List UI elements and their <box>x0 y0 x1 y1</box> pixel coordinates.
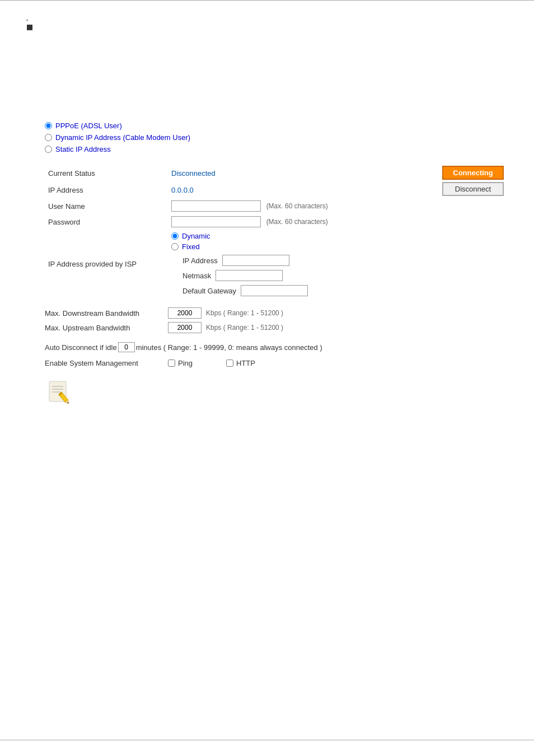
downstream-label: Max. Downstream Bandwidth <box>45 309 168 318</box>
note-icon-section <box>45 379 517 408</box>
system-management-label: Enable System Management <box>45 359 168 367</box>
isp-ip-label: IP Address provided by ISP <box>45 230 168 298</box>
ip-address-label: IP Address <box>45 181 168 198</box>
ip-address-value: 0.0.0.0 <box>168 181 439 198</box>
pencil-notepad-icon <box>45 379 73 407</box>
static-option[interactable]: Static IP Address <box>45 145 517 153</box>
dynamic-radio[interactable] <box>45 134 52 141</box>
downstream-input[interactable] <box>168 307 202 319</box>
isp-ip-row: IP Address provided by ISP Dynamic Fixed… <box>45 230 517 298</box>
isp-ipaddress-input[interactable] <box>222 255 289 266</box>
auto-disconnect-suffix: minutes ( Range: 1 - 99999, 0: means alw… <box>136 343 322 352</box>
disconnect-button[interactable]: Disconnect <box>442 182 504 196</box>
ping-option[interactable]: Ping <box>168 359 193 367</box>
static-label: Static IP Address <box>55 145 111 153</box>
isp-netmask-input[interactable] <box>216 270 283 281</box>
auto-disconnect-input[interactable] <box>118 342 135 352</box>
username-input[interactable] <box>171 200 261 212</box>
isp-ipaddress-field: IP Address <box>182 255 435 266</box>
isp-fixed-option[interactable]: Fixed <box>171 242 435 251</box>
isp-gateway-label: Default Gateway <box>182 287 236 295</box>
square-bullet <box>27 25 32 30</box>
dynamic-label: Dynamic IP Address (Cable Modem User) <box>55 133 190 142</box>
system-management-row: Enable System Management Ping HTTP <box>45 359 517 367</box>
pppoe-option[interactable]: PPPoE (ADSL User) <box>45 122 517 130</box>
isp-dynamic-option[interactable]: Dynamic <box>171 232 435 240</box>
username-row: User Name (Max. 60 characters) <box>45 198 517 214</box>
isp-fixed-label: Fixed <box>182 242 200 251</box>
bandwidth-section: Max. Downstream Bandwidth Kbps ( Range: … <box>45 307 517 333</box>
password-input-cell: (Max. 60 characters) <box>168 214 439 230</box>
upstream-label: Max. Upstream Bandwidth <box>45 324 168 332</box>
isp-ipaddress-label: IP Address <box>182 256 218 265</box>
isp-netmask-field: Netmask <box>182 270 435 281</box>
http-label: HTTP <box>236 359 255 367</box>
auto-disconnect-prefix: Auto Disconnect if idle <box>45 343 117 352</box>
main-form-table: Current Status Disconnected Connecting D… <box>45 165 517 298</box>
isp-dynamic-label: Dynamic <box>182 232 210 240</box>
action-buttons: Connecting Disconnect <box>439 165 517 198</box>
downstream-row: Max. Downstream Bandwidth Kbps ( Range: … <box>45 307 517 319</box>
http-checkbox[interactable] <box>226 360 233 367</box>
downstream-hint: Kbps ( Range: 1 - 51200 ) <box>206 309 283 317</box>
password-row: Password (Max. 60 characters) <box>45 214 517 230</box>
password-hint: (Max. 60 characters) <box>266 218 328 226</box>
ping-label: Ping <box>178 359 193 367</box>
current-status-value: Disconnected <box>168 165 439 181</box>
isp-ip-options: Dynamic Fixed IP Address Netmask <box>168 230 439 298</box>
password-input[interactable] <box>171 216 261 227</box>
dot-marker: . <box>26 12 517 24</box>
auto-disconnect-row: Auto Disconnect if idle minutes ( Range:… <box>45 342 517 352</box>
connecting-button[interactable]: Connecting <box>442 166 504 180</box>
username-label: User Name <box>45 198 168 214</box>
isp-gateway-input[interactable] <box>241 285 308 296</box>
password-label: Password <box>45 214 168 230</box>
ping-checkbox[interactable] <box>168 360 175 367</box>
username-hint: (Max. 60 characters) <box>266 202 328 210</box>
isp-dynamic-radio[interactable] <box>171 232 179 240</box>
isp-gateway-field: Default Gateway <box>182 285 435 296</box>
isp-netmask-label: Netmask <box>182 272 211 280</box>
upstream-row: Max. Upstream Bandwidth Kbps ( Range: 1 … <box>45 322 517 333</box>
pppoe-label: PPPoE (ADSL User) <box>55 122 122 130</box>
connection-type-group: PPPoE (ADSL User) Dynamic IP Address (Ca… <box>45 122 517 153</box>
isp-fixed-radio[interactable] <box>171 243 179 250</box>
current-status-label: Current Status <box>45 165 168 181</box>
http-option[interactable]: HTTP <box>226 359 255 367</box>
upstream-hint: Kbps ( Range: 1 - 51200 ) <box>206 324 283 332</box>
dynamic-option[interactable]: Dynamic IP Address (Cable Modem User) <box>45 133 517 142</box>
current-status-row: Current Status Disconnected Connecting D… <box>45 165 517 181</box>
static-radio[interactable] <box>45 146 52 153</box>
username-input-cell: (Max. 60 characters) <box>168 198 439 214</box>
pppoe-radio[interactable] <box>45 122 52 129</box>
upstream-input[interactable] <box>168 322 202 333</box>
